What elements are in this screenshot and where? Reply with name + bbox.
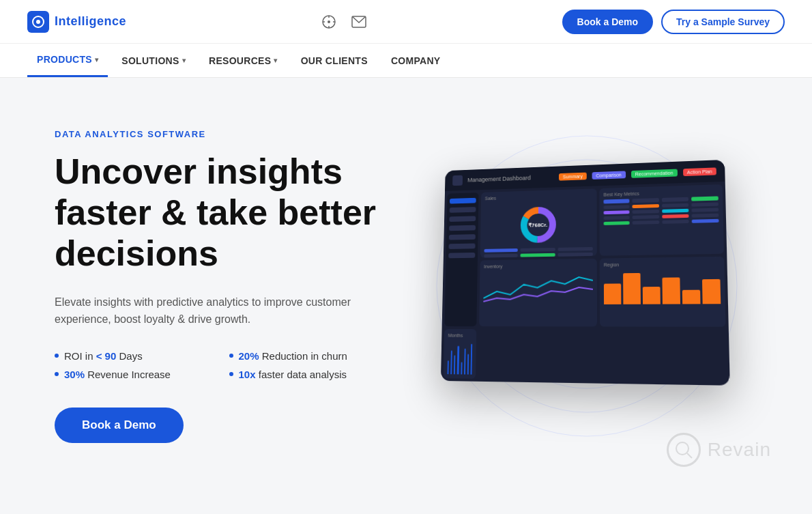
stat-revenue: 30% Revenue Increase — [55, 369, 202, 380]
stat-speed: 10x faster data analysis — [229, 369, 377, 380]
hero-subtitle: Elevate insights with predictive analyti… — [55, 294, 368, 328]
bullet-icon — [55, 354, 59, 358]
compass-icon[interactable] — [319, 12, 338, 31]
logo-badge — [27, 11, 49, 33]
nav-item-our-clients[interactable]: OUR CLIENTS — [291, 44, 377, 77]
dash-sidebar-item — [450, 198, 476, 204]
dash-sidebar — [444, 192, 478, 326]
hero-section: DATA ANALYTICS SOFTWARE Uncover insights… — [0, 78, 812, 481]
dash-comparison-badge: Comparison — [592, 171, 626, 180]
svg-point-18 — [676, 442, 688, 455]
revain-text: Revain — [708, 439, 771, 461]
dash-body: Sales ₹768Cr. — [441, 182, 730, 386]
dash-panel-title: Inventory — [484, 262, 593, 268]
nav-item-products[interactable]: PRODUCTS ▾ — [27, 44, 108, 77]
dash-sidebar-item — [449, 225, 476, 231]
sample-survey-button[interactable]: Try a Sample Survey — [661, 10, 785, 34]
book-demo-nav-button[interactable]: Book a Demo — [562, 10, 653, 34]
bullet-icon — [229, 372, 233, 376]
logo[interactable]: Intelligence — [27, 11, 126, 33]
nav-item-resources[interactable]: RESOURCES ▾ — [199, 44, 287, 77]
nav-item-company[interactable]: COMPANY — [381, 44, 450, 77]
dash-recommendation-badge: Recommendation — [631, 169, 678, 177]
hero-stats: ROI in < 90 Days 20% Reduction in churn … — [55, 350, 376, 380]
svg-line-19 — [687, 453, 692, 458]
dash-panel-title: Months — [448, 333, 473, 338]
dash-sidebar-item — [448, 253, 475, 258]
dash-menu-icon — [452, 175, 463, 186]
hero-cta-button[interactable]: Book a Demo — [55, 408, 184, 443]
main-nav: PRODUCTS ▾ SOLUTIONS ▾ RESOURCES ▾ OUR C… — [0, 44, 812, 78]
chevron-down-icon: ▾ — [274, 57, 277, 64]
dash-panel-months: Months — [444, 329, 476, 379]
hero-tag: DATA ANALYTICS SOFTWARE — [55, 129, 376, 139]
header-actions: Book a Demo Try a Sample Survey — [562, 10, 785, 34]
hero-right: Management Dashboard Summary Comparison … — [416, 143, 757, 429]
dash-sidebar-item — [450, 207, 476, 213]
revain-icon — [667, 433, 701, 467]
nav-item-solutions[interactable]: SOLUTIONS ▾ — [112, 44, 195, 77]
donut-label: ₹768Cr. — [528, 222, 547, 228]
dash-summary-badge: Summary — [559, 172, 587, 180]
donut-chart: ₹768Cr. — [484, 200, 593, 249]
dash-panel-sales: Sales ₹768Cr. — [480, 188, 597, 257]
dash-panel-title: Region — [604, 261, 720, 268]
stat-roi: ROI in < 90 Days — [55, 350, 202, 362]
logo-text: Intelligence — [55, 14, 126, 29]
dash-action-badge: Action Plan — [683, 167, 716, 176]
line-chart — [483, 270, 593, 304]
stat-churn: 20% Reduction in churn — [229, 350, 377, 362]
dash-sidebar-item — [449, 216, 476, 222]
revain-watermark: Revain — [667, 433, 771, 467]
header: Intelligence Book a Demo Try a Sample Su… — [0, 0, 812, 44]
dash-panel-region: Region — [600, 256, 726, 326]
chevron-down-icon: ▾ — [182, 57, 186, 64]
bar-chart-months — [448, 341, 473, 375]
svg-point-7 — [328, 20, 330, 23]
mail-icon[interactable] — [349, 12, 368, 31]
dash-title: Management Dashboard — [467, 173, 553, 183]
hero-title: Uncover insights faster & take better de… — [55, 152, 376, 274]
mini-table — [603, 196, 719, 225]
header-icons — [319, 12, 368, 31]
dashboard-mockup: Management Dashboard Summary Comparison … — [441, 160, 730, 386]
bar-chart — [604, 268, 721, 304]
dash-panel-title: Sales — [485, 192, 593, 201]
bullet-icon — [229, 354, 233, 358]
hero-left: DATA ANALYTICS SOFTWARE Uncover insights… — [55, 129, 376, 443]
dash-panel-inventory: Inventory — [479, 258, 597, 326]
dash-panel-title: Best Key Metrics — [603, 188, 718, 197]
dash-sidebar-item — [449, 244, 476, 249]
dash-sidebar-item — [449, 234, 476, 240]
chevron-down-icon: ▾ — [95, 56, 98, 63]
bullet-icon — [55, 372, 59, 376]
svg-point-1 — [36, 20, 40, 24]
dash-panel-key-metrics: Best Key Metrics — [599, 184, 723, 255]
